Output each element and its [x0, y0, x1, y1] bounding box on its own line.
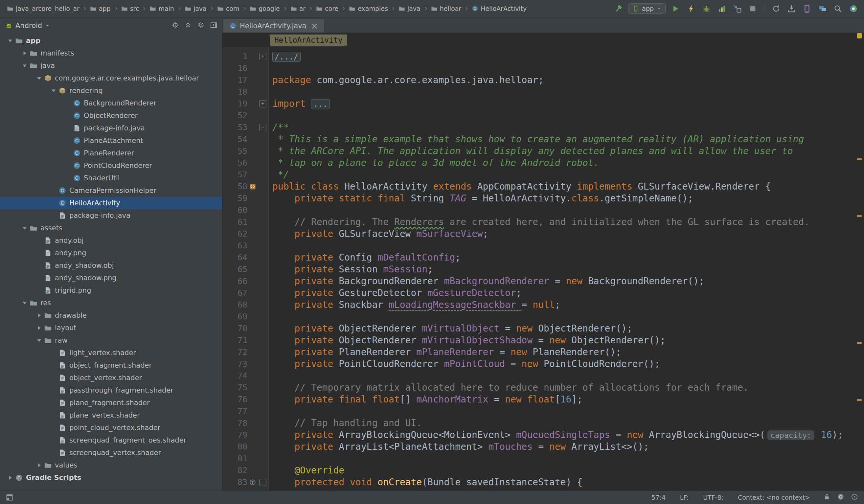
tree-item-andy-shadow-obj[interactable]: andy_shadow.obj: [0, 259, 222, 272]
line-number[interactable]: 66: [224, 275, 248, 287]
tree-item-object-vertex-shader[interactable]: object_vertex.shader: [0, 372, 222, 384]
line-number[interactable]: 59: [224, 193, 248, 204]
line-number[interactable]: 70: [224, 323, 248, 335]
tree-item-screenquad-vertex-shader[interactable]: screenquad_vertex.shader: [0, 446, 222, 459]
tree-item-trigrid-png[interactable]: trigrid.png: [0, 284, 222, 297]
tree-item-rendering[interactable]: rendering: [0, 84, 222, 97]
profile-chart-button[interactable]: [716, 3, 727, 14]
line-number[interactable]: 65: [224, 264, 248, 275]
line-number[interactable]: 78: [224, 417, 248, 429]
status-gradle-elephant-button[interactable]: G: [837, 493, 844, 502]
line-number[interactable]: 53: [224, 122, 248, 133]
tree-item-passthrough-fragment-shader[interactable]: passthrough_fragment.shader: [0, 384, 222, 397]
tree-expand-arrow-icon[interactable]: [34, 324, 44, 332]
run-config-selector[interactable]: app: [628, 3, 665, 14]
line-number[interactable]: 61: [224, 216, 248, 228]
tree-item-plane-fragment-shader[interactable]: plane_fragment.shader: [0, 397, 222, 409]
tree-expand-arrow-icon[interactable]: [34, 461, 44, 469]
tree-item-light-vertex-shader[interactable]: light_vertex.shader: [0, 347, 222, 359]
path-crumb-helloar[interactable]: helloar: [429, 4, 463, 13]
tree-collapse-arrow-icon[interactable]: [34, 337, 44, 344]
fold-collapse-icon[interactable]: −: [259, 124, 266, 131]
status-lock-button[interactable]: [823, 493, 830, 502]
path-crumb-main[interactable]: main: [148, 4, 176, 13]
status-line-separator[interactable]: LF:: [680, 494, 688, 501]
tree-expand-arrow-icon[interactable]: [20, 50, 29, 57]
editor-tab-helloaractivity[interactable]: C HelloArActivity.java ×: [224, 19, 324, 33]
status-context[interactable]: Context: <no context>: [738, 494, 810, 501]
apply-changes-bolt-button[interactable]: [685, 3, 696, 14]
line-number[interactable]: 79: [224, 429, 248, 441]
path-crumb-examples[interactable]: examples: [347, 4, 389, 13]
line-number[interactable]: 76: [224, 394, 248, 406]
tree-item-manifests[interactable]: manifests: [0, 47, 222, 59]
hide-panel-button[interactable]: [210, 21, 217, 30]
line-number[interactable]: 57: [224, 169, 248, 181]
debug-bug-button[interactable]: [701, 3, 712, 14]
locate-file-button[interactable]: [171, 21, 179, 30]
tree-expand-arrow-icon[interactable]: [34, 312, 44, 319]
path-crumb-java-arcore-hello-ar[interactable]: java_arcore_hello_ar: [5, 4, 81, 13]
line-number[interactable]: 75: [224, 382, 248, 394]
override-marker-icon[interactable]: [249, 479, 256, 486]
tree-item-shaderutil[interactable]: CShaderUtil: [0, 172, 222, 184]
tree-collapse-arrow-icon[interactable]: [34, 75, 44, 82]
tree-item-assets[interactable]: assets: [0, 222, 222, 234]
tree-item-com-google-ar-core-examples-java-helloar[interactable]: com.google.ar.core.examples.java.helloar: [0, 72, 222, 84]
tree-item-app[interactable]: app: [0, 35, 222, 47]
editor-breadcrumb[interactable]: HelloArActivity: [270, 35, 347, 46]
tree-item-planeattachment[interactable]: CPlaneAttachment: [0, 134, 222, 147]
tree-item-pointcloudrenderer[interactable]: CPointCloudRenderer: [0, 159, 222, 172]
fold-expand-icon[interactable]: +: [259, 100, 266, 107]
code-editor[interactable]: 1+/.../1617package com.google.ar.core.ex…: [223, 47, 864, 491]
search-everywhere-button[interactable]: [832, 3, 843, 14]
gradle-sync-button[interactable]: [770, 3, 781, 14]
line-number[interactable]: 54: [224, 133, 248, 145]
path-crumb-java[interactable]: java: [397, 4, 422, 13]
tree-expand-arrow-icon[interactable]: [5, 474, 15, 481]
line-number[interactable]: 17: [224, 74, 248, 86]
tree-item-values[interactable]: values: [0, 459, 222, 471]
tree-item-planerenderer[interactable]: CPlaneRenderer: [0, 147, 222, 159]
build-hammer-button[interactable]: [613, 3, 624, 14]
status-caret-position[interactable]: 57:4: [651, 494, 665, 501]
path-crumb-src[interactable]: src: [120, 4, 141, 13]
tree-collapse-arrow-icon[interactable]: [5, 37, 15, 44]
line-number[interactable]: 18: [224, 86, 248, 98]
tree-collapse-arrow-icon[interactable]: [20, 225, 29, 232]
tree-item-screenquad-fragment-oes-shader[interactable]: screenquad_fragment_oes.shader: [0, 434, 222, 446]
line-number[interactable]: 16: [224, 62, 248, 74]
path-crumb-app[interactable]: app: [88, 4, 112, 13]
line-number[interactable]: 56: [224, 157, 248, 169]
close-icon[interactable]: ×: [311, 22, 318, 30]
toolwindow-switcher-icon[interactable]: [6, 494, 13, 501]
path-crumb-core[interactable]: core: [314, 4, 340, 13]
path-crumb-com[interactable]: com: [216, 4, 241, 13]
stop-square-button[interactable]: [747, 3, 758, 14]
status-notifications-button[interactable]: [851, 493, 858, 502]
fold-expand-icon[interactable]: +: [259, 53, 266, 60]
line-number[interactable]: 80: [224, 441, 248, 453]
tree-item-point-cloud-vertex-shader[interactable]: point_cloud_vertex.shader: [0, 421, 222, 434]
line-number[interactable]: 63: [224, 240, 248, 252]
line-number[interactable]: 67: [224, 287, 248, 299]
tree-collapse-arrow-icon[interactable]: [20, 299, 29, 307]
line-number[interactable]: 1: [224, 51, 248, 62]
path-crumb-helloaractivity[interactable]: CHelloArActivity: [470, 4, 528, 13]
tree-item-andy-shadow-png[interactable]: andy_shadow.png: [0, 272, 222, 284]
tree-item-gradle-scripts[interactable]: GGradle Scripts: [0, 471, 222, 484]
line-number[interactable]: 62: [224, 228, 248, 240]
tree-item-backgroundrenderer[interactable]: CBackgroundRenderer: [0, 97, 222, 109]
line-number[interactable]: 68: [224, 299, 248, 311]
tree-item-plane-vertex-shader[interactable]: plane_vertex.shader: [0, 409, 222, 421]
settings-gear-button[interactable]: [197, 21, 205, 30]
tree-item-layout[interactable]: layout: [0, 322, 222, 334]
tree-item-camerapermissionhelper[interactable]: CCameraPermissionHelper: [0, 184, 222, 197]
line-number[interactable]: 52: [224, 110, 248, 122]
line-number[interactable]: 82: [224, 465, 248, 477]
project-view-selector[interactable]: Android: [5, 22, 50, 29]
tree-item-java[interactable]: java: [0, 59, 222, 72]
path-crumb-java[interactable]: java: [183, 4, 208, 13]
line-number[interactable]: 81: [224, 453, 248, 465]
line-number[interactable]: 71: [224, 335, 248, 346]
